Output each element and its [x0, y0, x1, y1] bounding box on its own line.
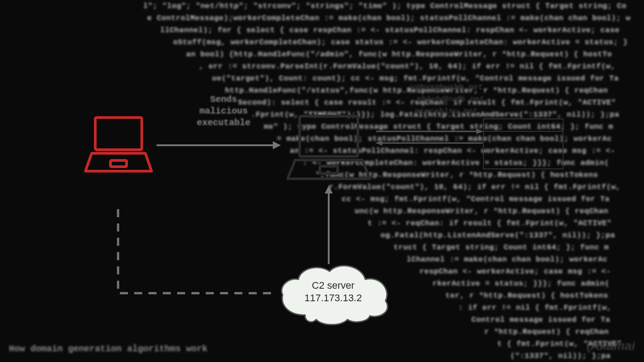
c2-title: C2 server: [293, 279, 373, 292]
svg-marker-9: [375, 140, 382, 146]
svg-marker-3: [273, 141, 281, 149]
svg-rect-0: [95, 118, 142, 150]
browser-window-icon: [483, 118, 564, 169]
svg-marker-7: [476, 129, 483, 134]
svg-marker-11: [325, 185, 333, 194]
attacker-laptop-icon: [83, 114, 154, 177]
figure-caption: How domain generation algorithms work: [9, 344, 208, 354]
dashed-connector: [116, 179, 282, 304]
c2-cloud-label: C2 server 117.173.13.2: [293, 279, 373, 304]
svg-rect-4: [300, 116, 358, 156]
svg-rect-1: [110, 160, 127, 167]
victim-laptop-icon: [284, 112, 373, 183]
arrow-c2-to-victim: [322, 185, 335, 266]
svg-rect-5: [320, 166, 338, 173]
dga-domain-2: mimcshlnu.net: [415, 107, 478, 116]
dga-domain-0: vghvsghvshb.net: [411, 83, 483, 92]
arrow-victim-to-browser: [373, 125, 485, 152]
c2-ip: 117.173.13.2: [293, 292, 373, 304]
arrow-label-sends: Sendsmaliciousexecutable: [192, 94, 255, 129]
dga-domain-1: shivbdhvdb.net: [417, 95, 484, 104]
arrow-attacker-to-victim: [157, 139, 282, 152]
brand-logo: (Akamai: [586, 339, 635, 353]
